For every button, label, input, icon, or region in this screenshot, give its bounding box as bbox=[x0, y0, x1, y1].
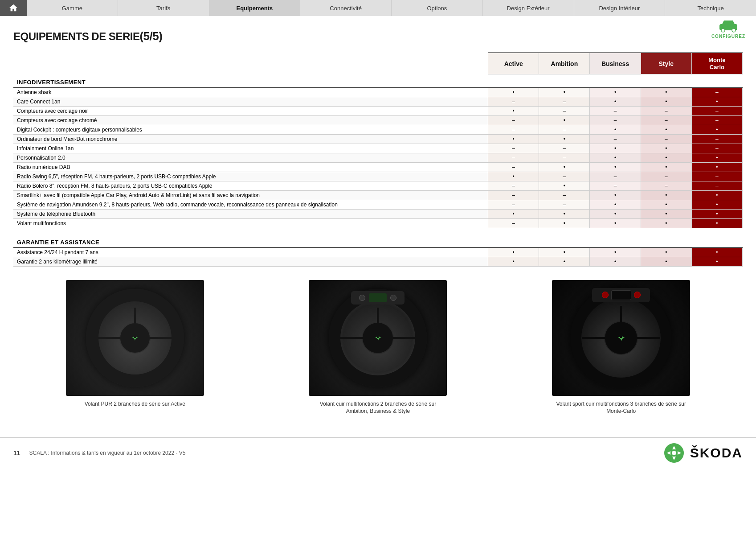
cell-style: • bbox=[641, 247, 691, 257]
cell-style: • bbox=[641, 87, 691, 97]
section-header-1: GARANTIE ET ASSISTANCE bbox=[13, 235, 743, 247]
cell-montecarlo: – bbox=[691, 87, 742, 97]
brand-name: ŠKODA bbox=[690, 445, 743, 461]
cell-active: – bbox=[488, 200, 539, 210]
table-row: Digital Cockpit : compteurs digitaux per… bbox=[13, 125, 743, 135]
svg-point-4 bbox=[672, 451, 676, 455]
col-header-style: Style bbox=[641, 53, 691, 74]
cell-montecarlo: – bbox=[691, 172, 742, 181]
cell-active: • bbox=[488, 257, 539, 266]
nav-tarifs[interactable]: Tarifs bbox=[118, 0, 209, 16]
image-caption-1: Volant PUR 2 branches de série sur Activ… bbox=[85, 400, 185, 408]
cell-montecarlo: – bbox=[691, 107, 742, 116]
section-spacer bbox=[13, 228, 743, 235]
cell-montecarlo: • bbox=[691, 163, 742, 172]
row-label: Volant multifonctions bbox=[13, 219, 488, 228]
cell-montecarlo: • bbox=[691, 153, 742, 163]
row-label: Assistance 24/24 H pendant 7 ans bbox=[13, 247, 488, 257]
image-block-3: ✦ Volant sport cui bbox=[545, 280, 697, 416]
home-icon bbox=[8, 3, 18, 13]
home-button[interactable] bbox=[0, 0, 27, 16]
table-row: Volant multifonctions – • • • • bbox=[13, 219, 743, 228]
table-row: Ordinateur de bord Maxi-Dot monochrome •… bbox=[13, 135, 743, 144]
cell-business: • bbox=[590, 247, 641, 257]
cell-montecarlo: – bbox=[691, 116, 742, 125]
cell-montecarlo: • bbox=[691, 210, 742, 219]
cell-business: – bbox=[590, 107, 641, 116]
brand-area: ŠKODA bbox=[663, 442, 743, 464]
cell-ambition: – bbox=[539, 144, 590, 153]
cell-style: • bbox=[641, 200, 691, 210]
row-label: Personnalisation 2.0 bbox=[13, 153, 488, 163]
cell-active: – bbox=[488, 116, 539, 125]
cell-business: • bbox=[590, 210, 641, 219]
table-row: Care Connect 1an – – • • • bbox=[13, 97, 743, 107]
cell-active: • bbox=[488, 210, 539, 219]
cell-montecarlo: • bbox=[691, 97, 742, 107]
cell-ambition: – bbox=[539, 200, 590, 210]
row-label: Infotainment Online 1an bbox=[13, 144, 488, 153]
footer: 11 SCALA : Informations & tarifs en vigu… bbox=[0, 437, 756, 468]
cell-ambition: • bbox=[539, 210, 590, 219]
skoda-logo bbox=[663, 442, 685, 464]
steering-wheel-img-1: ✦ bbox=[66, 280, 204, 396]
cell-active: • bbox=[488, 87, 539, 97]
col-header-ambition: Ambition bbox=[539, 53, 590, 74]
cell-ambition: – bbox=[539, 172, 590, 181]
cell-active: – bbox=[488, 125, 539, 135]
row-label: Smartlink+ avec fil (compatible Apple Ca… bbox=[13, 191, 488, 200]
cell-business: • bbox=[590, 125, 641, 135]
row-label: Compteurs avec cerclage noir bbox=[13, 107, 488, 116]
table-row: Compteurs avec cerclage noir • – – – – bbox=[13, 107, 743, 116]
cell-style: • bbox=[641, 257, 691, 266]
cell-business: • bbox=[590, 200, 641, 210]
row-label: Compteurs avec cerclage chromé bbox=[13, 116, 488, 125]
cell-ambition: • bbox=[539, 87, 590, 97]
cell-active: – bbox=[488, 219, 539, 228]
table-row: Antenne shark • • • • – bbox=[13, 87, 743, 97]
cell-business: • bbox=[590, 257, 641, 266]
table-row: Radio Bolero 8", réception FM, 8 hauts-p… bbox=[13, 181, 743, 191]
main-content: EQUIPEMENTS DE SERIE(5/5) Active Ambitio… bbox=[0, 16, 756, 433]
table-row: Système de navigation Amundsen 9,2", 8 h… bbox=[13, 200, 743, 210]
col-header-business: Business bbox=[590, 53, 641, 74]
nav-connectivite[interactable]: Connectivité bbox=[300, 0, 392, 16]
cell-business: • bbox=[590, 87, 641, 97]
cell-ambition: • bbox=[539, 181, 590, 191]
cell-ambition: – bbox=[539, 97, 590, 107]
cell-active: – bbox=[488, 97, 539, 107]
cell-ambition: – bbox=[539, 191, 590, 200]
image-caption-2: Volant cuir multifonctions 2 branches de… bbox=[311, 400, 445, 416]
cell-business: – bbox=[590, 116, 641, 125]
cell-montecarlo: – bbox=[691, 181, 742, 191]
cell-business: • bbox=[590, 144, 641, 153]
cell-style: – bbox=[641, 116, 691, 125]
cell-ambition: • bbox=[539, 116, 590, 125]
nav-technique[interactable]: Technique bbox=[665, 0, 756, 16]
cell-active: – bbox=[488, 181, 539, 191]
cell-ambition: – bbox=[539, 107, 590, 116]
cell-style: • bbox=[641, 153, 691, 163]
nav-options[interactable]: Options bbox=[392, 0, 483, 16]
table-row: Infotainment Online 1an – – • • – bbox=[13, 144, 743, 153]
table-row: Smartlink+ avec fil (compatible Apple Ca… bbox=[13, 191, 743, 200]
steering-wheel-img-2: ✦ bbox=[309, 280, 447, 396]
cell-ambition: • bbox=[539, 247, 590, 257]
section-header-0: INFODIVERTISSEMENT bbox=[13, 74, 743, 88]
row-label: Digital Cockpit : compteurs digitaux per… bbox=[13, 125, 488, 135]
cell-active: – bbox=[488, 153, 539, 163]
nav-design-int[interactable]: Design Intérieur bbox=[574, 0, 666, 16]
row-label: Système de téléphonie Bluetooth bbox=[13, 210, 488, 219]
cell-style: • bbox=[641, 97, 691, 107]
nav-design-ext[interactable]: Design Extérieur bbox=[483, 0, 574, 16]
footer-description: SCALA : Informations & tarifs en vigueur… bbox=[29, 450, 186, 456]
cell-business: – bbox=[590, 172, 641, 181]
cell-active: • bbox=[488, 135, 539, 144]
cell-style: • bbox=[641, 210, 691, 219]
cell-style: – bbox=[641, 172, 691, 181]
table-row: Garantie 2 ans kilométrage illimité • • … bbox=[13, 257, 743, 266]
cell-style: • bbox=[641, 191, 691, 200]
nav-gamme[interactable]: Gamme bbox=[27, 0, 118, 16]
nav-equipements[interactable]: Equipements bbox=[209, 0, 301, 16]
col-header-montecarlo: Monte Carlo bbox=[691, 53, 742, 74]
